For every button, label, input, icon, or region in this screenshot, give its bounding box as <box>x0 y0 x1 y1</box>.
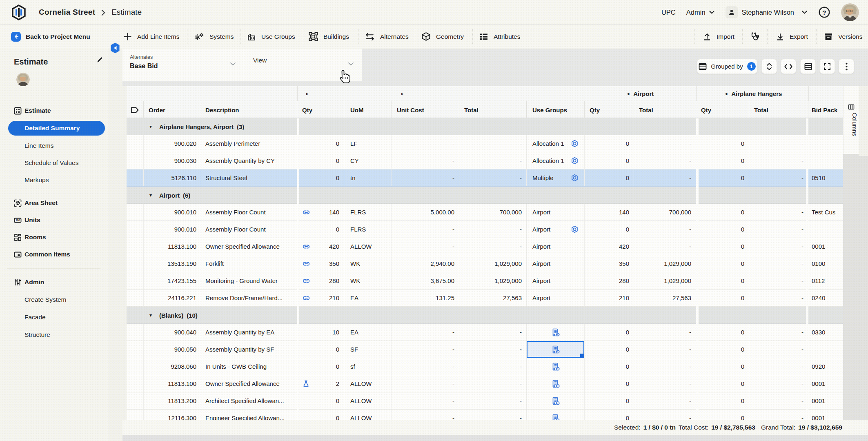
cell-order[interactable]: 900.010 <box>144 221 201 238</box>
cell-order[interactable]: 17423.155 <box>144 272 201 289</box>
cell-airport-qty[interactable]: 0 <box>585 135 634 152</box>
cell-bid-pack[interactable] <box>808 341 843 358</box>
cell-total[interactable]: - <box>459 375 527 392</box>
column-header-order[interactable]: Order <box>144 101 201 118</box>
cell-airport-qty[interactable]: 350 <box>585 255 634 272</box>
alternates-button[interactable]: Alternates <box>365 25 409 48</box>
cell-order[interactable]: 13513.190 <box>144 255 201 272</box>
cell-airport-qty[interactable]: 0 <box>585 358 634 375</box>
cell-hangers-qty[interactable]: 0 <box>696 375 749 392</box>
cell-flag[interactable] <box>127 152 144 169</box>
cell-airport-total[interactable]: - <box>634 392 696 409</box>
cell-hangers-qty[interactable]: 0 <box>696 255 749 272</box>
help-button[interactable]: ? <box>818 6 830 18</box>
link-icon[interactable] <box>302 243 310 251</box>
cell-unit-cost[interactable]: - <box>392 358 459 375</box>
cell-qty[interactable]: 0 <box>297 135 344 152</box>
user-avatar[interactable] <box>841 3 859 21</box>
cell-uom[interactable]: FLRS <box>344 221 392 238</box>
cell-hangers-qty[interactable]: 0 <box>696 272 749 289</box>
cell-total[interactable]: - <box>459 392 527 409</box>
cell-total[interactable]: - <box>459 221 527 238</box>
cell-bid-pack[interactable] <box>808 135 843 152</box>
cell-description[interactable]: Structural Steel <box>201 169 297 186</box>
cell-hangers-qty[interactable]: 0 <box>696 221 749 238</box>
cell-airport-qty[interactable]: 0 <box>585 324 634 341</box>
cell-order[interactable]: 11813.200 <box>144 392 201 409</box>
cell-description[interactable]: Assembly Floor Count <box>201 221 297 238</box>
collapse-group-icon[interactable]: ◂ <box>725 91 728 96</box>
cell-airport-qty[interactable]: 280 <box>585 272 634 289</box>
fill-handle[interactable] <box>580 354 584 358</box>
code-view-button[interactable] <box>781 59 796 74</box>
cell-description[interactable]: Assembly Quantity by SF <box>201 341 297 358</box>
cell-use-groups[interactable]: Airport <box>527 204 585 220</box>
cell-airport-qty[interactable]: 0 <box>585 152 634 169</box>
link-icon[interactable] <box>302 260 310 268</box>
sidebar-item-area-sheet[interactable]: Area Sheet <box>0 196 108 210</box>
table-row[interactable]: 9208.060In Units - GWB Ceiling0sf--0-0-0… <box>127 358 843 375</box>
cell-uom[interactable]: WK <box>344 255 392 272</box>
cell-uom[interactable]: FLRS <box>344 204 392 220</box>
add-use-group-icon[interactable] <box>551 396 560 405</box>
use-group-gear-icon[interactable] <box>571 174 579 182</box>
cell-unit-cost[interactable]: - <box>392 221 459 238</box>
cell-bid-pack[interactable]: 0510 <box>808 169 843 186</box>
cell-order[interactable]: 9208.060 <box>144 358 201 375</box>
column-header-total[interactable]: Total <box>459 101 527 118</box>
cell-airport-total[interactable]: - <box>634 238 696 255</box>
cell-total[interactable]: 1,029,000 <box>459 272 527 289</box>
cell-hangers-total[interactable]: - <box>749 341 808 358</box>
column-header-hangers-qty[interactable]: Qty <box>696 101 749 118</box>
cell-use-groups[interactable] <box>527 375 585 392</box>
cell-qty[interactable]: 10 <box>297 324 344 341</box>
cell-flag[interactable] <box>127 272 144 289</box>
sidebar-item-structure[interactable]: Structure <box>24 331 50 339</box>
cell-order[interactable]: 900.020 <box>144 135 201 152</box>
column-header-description[interactable]: Description <box>201 101 297 118</box>
user-menu[interactable]: Stephanie Wilson <box>726 6 808 18</box>
column-header-unit-cost[interactable]: Unit Cost <box>392 101 459 118</box>
cell-bid-pack[interactable] <box>808 152 843 169</box>
cell-airport-qty[interactable]: 140 <box>585 204 634 220</box>
cell-use-groups[interactable]: Airport <box>527 272 585 289</box>
cell-airport-qty[interactable]: 0 <box>585 392 634 409</box>
cell-use-groups[interactable]: Airport <box>527 238 585 255</box>
link-icon[interactable] <box>302 208 310 216</box>
cell-uom[interactable]: ALLOW <box>344 410 392 420</box>
cell-hangers-total[interactable]: - <box>749 135 808 152</box>
cell-flag[interactable] <box>127 135 144 152</box>
sidebar-item-estimate[interactable]: Estimate <box>0 103 108 118</box>
cell-bid-pack[interactable]: 0001 <box>808 375 843 392</box>
cell-description[interactable]: Owner Specified Allowance <box>201 375 297 392</box>
cell-qty[interactable]: 0 <box>297 341 344 358</box>
cell-unit-cost[interactable]: - <box>392 169 459 186</box>
cell-hangers-total[interactable]: - <box>749 324 808 341</box>
cell-description[interactable]: In Units - GWB Ceiling <box>201 358 297 375</box>
geometry-button[interactable]: Geometry <box>421 25 464 48</box>
expand-group-icon[interactable]: ▸ <box>401 91 404 96</box>
cell-hangers-total[interactable]: - <box>749 375 808 392</box>
cell-bid-pack[interactable]: 0001 <box>808 238 843 255</box>
cell-bid-pack[interactable]: 0001 <box>808 410 843 420</box>
systems-button[interactable]: Systems <box>194 25 234 48</box>
table-row[interactable]: 900.010Assembly Floor Count0FLRS--Airpor… <box>127 221 843 238</box>
cell-airport-qty[interactable]: 0 <box>585 169 634 186</box>
audit-button[interactable] <box>750 25 760 48</box>
cell-description[interactable]: Assembly Perimeter <box>201 135 297 152</box>
column-header-qty[interactable]: Qty <box>297 101 344 118</box>
cell-order[interactable]: 12116.300 <box>144 410 201 420</box>
sidebar-item-common-items[interactable]: Common Items <box>0 247 108 262</box>
sidebar-item-detailed-summary[interactable]: Detailed Summary <box>8 121 105 136</box>
cell-uom[interactable]: WK <box>344 272 392 289</box>
cell-unit-cost[interactable]: - <box>392 410 459 420</box>
cell-airport-qty[interactable]: 0 <box>585 375 634 392</box>
cell-hangers-total[interactable]: - <box>749 358 808 375</box>
table-row[interactable]: 900.030Assembly Quantity by CY0CY--Alloc… <box>127 152 843 169</box>
sidebar-item-schedule-of-values[interactable]: Schedule of Values <box>24 159 78 167</box>
cell-flag[interactable] <box>127 221 144 238</box>
cell-hangers-qty[interactable]: 0 <box>696 238 749 255</box>
cell-hangers-total[interactable]: - <box>749 392 808 409</box>
app-logo-icon[interactable] <box>11 4 26 20</box>
flag-column-header[interactable] <box>127 101 144 118</box>
